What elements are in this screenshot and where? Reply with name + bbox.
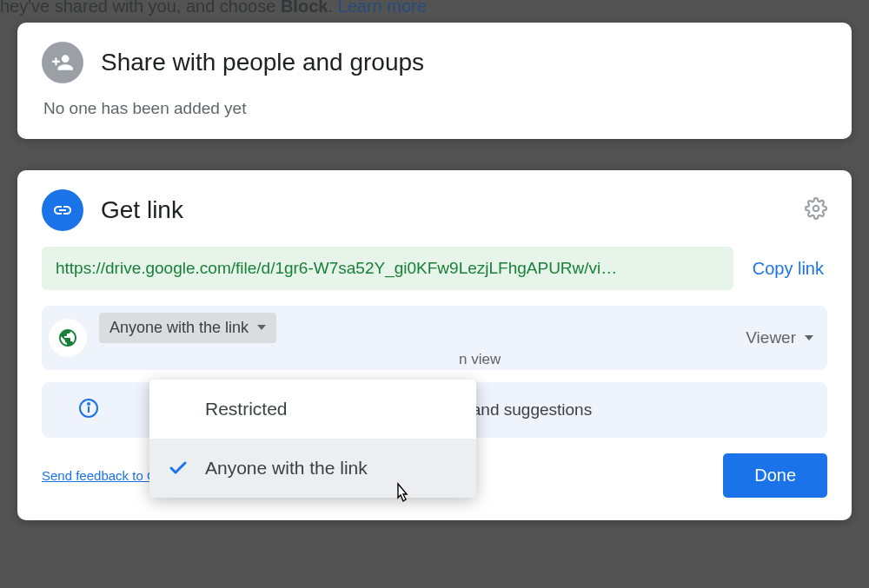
menu-item-restricted[interactable]: Restricted: [149, 380, 476, 439]
access-dropdown-menu: Restricted Anyone with the link: [149, 380, 476, 498]
done-button[interactable]: Done: [723, 453, 827, 498]
access-level-row: Anyone with the link n view Viewer: [42, 306, 827, 370]
gear-icon[interactable]: [805, 197, 827, 223]
get-link-title: Get link: [101, 196, 183, 224]
access-dropdown-button[interactable]: Anyone with the link: [99, 313, 276, 343]
share-people-card: Share with people and groups No one has …: [17, 23, 852, 139]
check-icon: [167, 458, 189, 479]
share-url-box[interactable]: https://drive.google.com/file/d/1gr6-W7s…: [42, 247, 733, 290]
globe-icon: [49, 319, 87, 357]
share-title: Share with people and groups: [101, 49, 424, 76]
pointer-cursor-icon: [391, 482, 412, 508]
svg-point-0: [813, 206, 819, 212]
role-dropdown-button[interactable]: Viewer: [746, 328, 813, 347]
access-description: n view: [459, 351, 501, 368]
share-subtitle: No one has been added yet: [43, 99, 827, 118]
person-add-icon: [42, 42, 83, 83]
menu-item-anyone[interactable]: Anyone with the link: [149, 439, 476, 498]
svg-point-3: [88, 403, 90, 405]
chevron-down-icon: [805, 335, 813, 340]
get-link-card: Get link https://drive.google.com/file/d…: [17, 170, 852, 520]
link-icon: [42, 189, 83, 231]
chevron-down-icon: [257, 325, 266, 330]
info-icon: [78, 398, 99, 422]
info-text: s and suggestions: [459, 400, 592, 420]
copy-link-button[interactable]: Copy link: [749, 250, 827, 287]
